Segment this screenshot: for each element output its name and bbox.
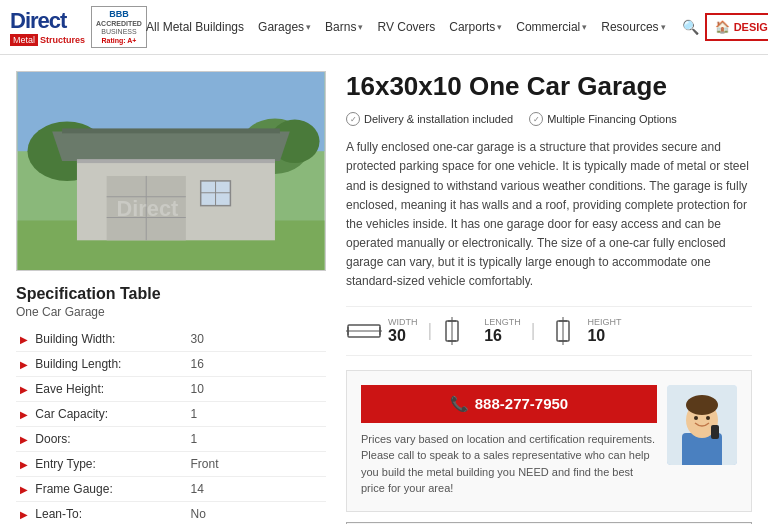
spec-label-cell: ▶ Entry Type: — [16, 451, 187, 476]
sales-person-image — [667, 385, 737, 465]
logo: Direct Metal Structures — [10, 8, 85, 46]
spec-arrow-icon: ▶ — [20, 334, 28, 345]
right-column: 16x30x10 One Car Garage ✓ Delivery & ins… — [346, 71, 752, 524]
phone-call-icon: 📞 — [450, 395, 469, 413]
dim-length: LENGTH 16 — [442, 317, 521, 345]
spec-table-title: Specification Table — [16, 285, 326, 303]
spec-value-cell: 10 — [187, 376, 327, 401]
spec-value-cell: 30 — [187, 327, 327, 352]
logo-area: Direct Metal Structures BBB ACCREDITED B… — [10, 6, 130, 48]
nav-commercial[interactable]: Commercial ▾ — [510, 16, 593, 38]
spec-arrow-icon: ▶ — [20, 409, 28, 420]
logo-structures-text: Structures — [40, 35, 85, 45]
barns-chevron-icon: ▾ — [358, 22, 363, 32]
spec-table: ▶ Building Width: 30 ▶ Building Length: … — [16, 327, 326, 524]
table-row: ▶ Car Capacity: 1 — [16, 401, 326, 426]
svg-point-35 — [706, 416, 710, 420]
spec-label-cell: ▶ Lean-To: — [16, 501, 187, 524]
bbb-badge: BBB ACCREDITED BUSINESS Rating: A+ — [91, 6, 147, 48]
spec-value-cell: 16 — [187, 351, 327, 376]
nav-garages[interactable]: Garages ▾ — [252, 16, 317, 38]
header-actions: 🔍 🏠 DESIGN YOUR BUILDING 📞 888-277-7950 — [682, 13, 768, 41]
header-design-button[interactable]: 🏠 DESIGN YOUR BUILDING — [705, 13, 768, 41]
table-row: ▶ Entry Type: Front — [16, 451, 326, 476]
dim-width: WIDTH 30 — [346, 317, 418, 345]
spec-table-subtitle: One Car Garage — [16, 305, 326, 319]
svg-rect-36 — [711, 425, 719, 439]
svg-rect-8 — [62, 128, 280, 133]
spec-arrow-icon: ▶ — [20, 434, 28, 445]
search-button[interactable]: 🔍 — [682, 19, 699, 35]
table-row: ▶ Lean-To: No — [16, 501, 326, 524]
main-nav: All Metal Buildings Garages ▾ Barns ▾ RV… — [140, 16, 672, 38]
svg-marker-7 — [52, 131, 290, 161]
main-content: Direct Specification Table One Car Garag… — [0, 55, 768, 524]
spec-table-section: Specification Table One Car Garage ▶ Bui… — [16, 285, 326, 524]
nav-rv-covers[interactable]: RV Covers — [371, 16, 441, 38]
dim-sep-2: | — [531, 320, 536, 341]
table-row: ▶ Eave Height: 10 — [16, 376, 326, 401]
left-column: Direct Specification Table One Car Garag… — [16, 71, 326, 524]
nav-carports[interactable]: Carports ▾ — [443, 16, 508, 38]
person-svg — [667, 385, 737, 465]
spec-label-cell: ▶ Doors: — [16, 426, 187, 451]
table-row: ▶ Building Width: 30 — [16, 327, 326, 352]
spec-label-cell: ▶ Eave Height: — [16, 376, 187, 401]
width-info: WIDTH 30 — [388, 317, 418, 345]
logo-direct-text: Direct — [10, 8, 85, 34]
svg-point-33 — [686, 395, 718, 415]
table-row: ▶ Frame Gauge: 14 — [16, 476, 326, 501]
spec-label-cell: ▶ Building Length: — [16, 351, 187, 376]
garages-chevron-icon: ▾ — [306, 22, 311, 32]
site-header: Direct Metal Structures BBB ACCREDITED B… — [0, 0, 768, 55]
product-description: A fully enclosed one-car garage is a str… — [346, 138, 752, 292]
spec-arrow-icon: ▶ — [20, 509, 28, 520]
spec-arrow-icon: ▶ — [20, 484, 28, 495]
height-icon — [545, 317, 581, 345]
dim-height: HEIGHT 10 — [545, 317, 621, 345]
badges-row: ✓ Delivery & installation included ✓ Mul… — [346, 112, 752, 126]
call-box: 📞 888-277-7950 Prices vary based on loca… — [346, 370, 752, 512]
table-row: ▶ Doors: 1 — [16, 426, 326, 451]
resources-chevron-icon: ▾ — [661, 22, 666, 32]
logo-metal-text: Metal — [10, 34, 38, 46]
svg-text:Direct: Direct — [117, 196, 179, 221]
nav-resources[interactable]: Resources ▾ — [595, 16, 671, 38]
product-image: Direct — [16, 71, 326, 271]
carports-chevron-icon: ▾ — [497, 22, 502, 32]
call-content: 📞 888-277-7950 Prices vary based on loca… — [361, 385, 657, 497]
delivery-badge: ✓ Delivery & installation included — [346, 112, 513, 126]
width-icon — [346, 317, 382, 345]
spec-value-cell: 14 — [187, 476, 327, 501]
spec-value-cell: Front — [187, 451, 327, 476]
height-info: HEIGHT 10 — [587, 317, 621, 345]
product-title: 16x30x10 One Car Garage — [346, 71, 752, 102]
dimensions-bar: WIDTH 30 | LENGTH 16 | — [346, 306, 752, 356]
spec-label-cell: ▶ Frame Gauge: — [16, 476, 187, 501]
svg-rect-16 — [77, 159, 275, 163]
length-info: LENGTH 16 — [484, 317, 521, 345]
spec-value-cell: 1 — [187, 401, 327, 426]
spec-arrow-icon: ▶ — [20, 359, 28, 370]
dim-sep-1: | — [428, 320, 433, 341]
spec-arrow-icon: ▶ — [20, 459, 28, 470]
spec-label-cell: ▶ Building Width: — [16, 327, 187, 352]
spec-value-cell: 1 — [187, 426, 327, 451]
commercial-chevron-icon: ▾ — [582, 22, 587, 32]
financing-check-icon: ✓ — [529, 112, 543, 126]
spec-label-cell: ▶ Car Capacity: — [16, 401, 187, 426]
table-row: ▶ Building Length: 16 — [16, 351, 326, 376]
building-icon: 🏠 — [715, 20, 730, 34]
garage-illustration: Direct — [17, 72, 325, 270]
spec-value-cell: No — [187, 501, 327, 524]
nav-all-metal-buildings[interactable]: All Metal Buildings — [140, 16, 250, 38]
financing-badge: ✓ Multiple Financing Options — [529, 112, 677, 126]
svg-point-34 — [694, 416, 698, 420]
length-icon — [442, 317, 478, 345]
nav-barns[interactable]: Barns ▾ — [319, 16, 369, 38]
delivery-check-icon: ✓ — [346, 112, 360, 126]
spec-arrow-icon: ▶ — [20, 384, 28, 395]
call-phone-button[interactable]: 📞 888-277-7950 — [361, 385, 657, 423]
call-note: Prices vary based on location and certif… — [361, 431, 657, 497]
